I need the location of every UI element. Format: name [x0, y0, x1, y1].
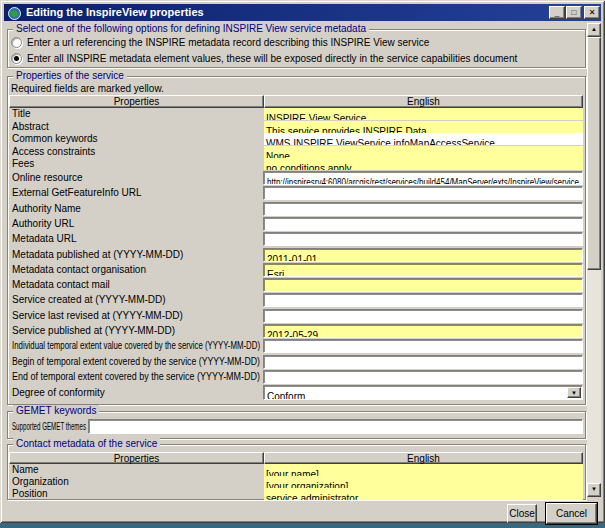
access-constraints-value-cell[interactable]: None — [264, 146, 583, 158]
individual-temporal-extent-value-covered-by-the-service-yyyy-mm-dd-input[interactable] — [263, 339, 583, 353]
service-published-at-yyyy-mm-dd-label: Service published at (YYYY-MM-DD) — [12, 324, 175, 338]
properties-group-legend: Properties of the service — [13, 70, 127, 81]
required-note: Required fields are marked yellow. — [11, 83, 164, 94]
organization-value-cell[interactable]: [your organization] — [264, 476, 583, 488]
contact-properties-column-header[interactable]: Properties — [9, 452, 264, 464]
metadata-published-at-yyyy-mm-dd-input[interactable]: 2011-01-01 — [263, 248, 583, 262]
cell-value: WMS,INSPIRE,ViewService,infoMapAccessSer… — [266, 138, 495, 145]
position-value-cell[interactable]: service administrator — [264, 488, 583, 500]
service-last-revised-at-yyyy-mm-dd-label: Service last revised at (YYYY-MM-DD) — [12, 309, 183, 323]
name-label: Name — [12, 464, 39, 476]
metadata-published-at-yyyy-mm-dd-label: Metadata published at (YYYY-MM-DD) — [12, 248, 183, 262]
contact-group-legend: Contact metadata of the service — [13, 438, 160, 449]
common-keywords-value-cell[interactable]: WMS,INSPIRE,ViewService,infoMapAccessSer… — [264, 133, 583, 145]
scroll-thumb[interactable] — [587, 37, 601, 270]
radio-values-option[interactable] — [11, 53, 22, 64]
radio-url-option-label: Enter a url referencing the INSPIRE meta… — [27, 37, 429, 48]
title-label: Title — [12, 108, 31, 120]
footer-cancel-button[interactable]: Cancel — [546, 503, 597, 524]
begin-of-temporal-extent-covered-by-the-service-yyyy-mm-dd-label: Begin of temporal extent covered by the … — [12, 355, 260, 369]
metadata-url-input[interactable] — [263, 232, 583, 246]
authority-url-input[interactable] — [263, 217, 583, 231]
gemet-themes-input[interactable] — [88, 419, 583, 434]
metadata-contact-mail-input[interactable] — [263, 278, 583, 292]
minimize-button[interactable]: _ — [549, 6, 565, 19]
service-created-at-yyyy-mm-dd-label: Service created at (YYYY-MM-DD) — [12, 293, 166, 307]
scroll-up-button[interactable]: ▲ — [587, 23, 601, 37]
app-icon — [8, 6, 21, 19]
end-of-temporal-extent-covered-by-the-service-yyyy-mm-dd-input[interactable] — [263, 370, 583, 384]
degree-of-conformity-label: Degree of conformity — [12, 385, 105, 400]
cell-value: None — [266, 151, 290, 158]
abstract-value-cell[interactable]: This service provides INSPIRE Data. — [264, 121, 583, 133]
input-value: Esri — [267, 269, 284, 277]
input-value: 2012-05-29 — [267, 330, 318, 338]
service-created-at-yyyy-mm-dd-input[interactable] — [263, 293, 583, 307]
cell-value: [your name] — [266, 469, 319, 476]
online-resource-label: Online resource — [12, 171, 83, 185]
authority-url-label: Authority URL — [12, 217, 74, 231]
fees-label: Fees — [12, 158, 34, 170]
metadata-contact-mail-label: Metadata contact mail — [12, 278, 110, 292]
footer-close-button[interactable]: Close — [507, 504, 537, 523]
external-getfeatureinfo-url-input[interactable] — [263, 186, 583, 200]
title-value-cell[interactable]: INSPIRE View Service — [264, 108, 583, 120]
begin-of-temporal-extent-covered-by-the-service-yyyy-mm-dd-input[interactable] — [263, 355, 583, 369]
maximize-button[interactable]: □ — [566, 6, 582, 19]
contact-english-column-header[interactable]: English — [264, 452, 583, 464]
cell-value: [your organization] — [266, 481, 348, 488]
position-label: Position — [12, 488, 48, 500]
dialog-body: Editing the InspireView properties _ □ ✕… — [0, 0, 605, 523]
properties-column-header[interactable]: Properties — [9, 95, 264, 108]
scroll-down-button[interactable]: ▼ — [587, 483, 601, 497]
end-of-temporal-extent-covered-by-the-service-yyyy-mm-dd-label: End of temporal extent covered by the se… — [12, 370, 260, 384]
metadata-url-label: Metadata URL — [12, 232, 76, 246]
dialog-window: Editing the InspireView properties _ □ ✕… — [0, 0, 605, 528]
common-keywords-label: Common keywords — [12, 133, 98, 145]
dropdown-arrow-icon[interactable]: ▼ — [567, 387, 581, 398]
gemet-group-legend: GEMET keywords — [13, 405, 99, 416]
individual-temporal-extent-value-covered-by-the-service-yyyy-mm-dd-label: Individual temporal extent value covered… — [12, 339, 260, 353]
metadata-contact-organisation-label: Metadata contact organisation — [12, 263, 146, 277]
external-getfeatureinfo-url-label: External GetFeatureInfo URL — [12, 186, 142, 200]
cell-value: INSPIRE View Service — [266, 113, 366, 120]
window-title: Editing the InspireView properties — [26, 6, 204, 18]
name-value-cell[interactable]: [your name] — [264, 464, 583, 476]
fees-value-cell[interactable]: no conditions apply — [264, 158, 583, 170]
cell-value: service administrator — [266, 493, 358, 500]
title-bar[interactable]: Editing the InspireView properties _ □ ✕ — [4, 4, 601, 21]
service-published-at-yyyy-mm-dd-input[interactable]: 2012-05-29 — [263, 324, 583, 338]
degree-of-conformity-value: Conform — [267, 391, 305, 400]
organization-label: Organization — [12, 476, 69, 488]
authority-name-label: Authority Name — [12, 202, 81, 216]
metadata-contact-organisation-input[interactable]: Esri — [263, 263, 583, 277]
online-resource-input[interactable]: http://inspiresrv4:6080/arcgis/rest/serv… — [263, 171, 583, 185]
cell-value: This service provides INSPIRE Data. — [266, 126, 429, 133]
degree-of-conformity-dropdown[interactable]: Conform ▼ — [263, 385, 583, 400]
access-constraints-label: Access constraints — [12, 146, 95, 158]
input-value: 2011-01-01 — [267, 254, 317, 262]
cell-value: no conditions apply — [266, 163, 352, 170]
input-value: http://inspiresrv4:6080/arcgis/rest/serv… — [267, 177, 579, 185]
service-last-revised-at-yyyy-mm-dd-input[interactable] — [263, 309, 583, 323]
english-column-header[interactable]: English — [264, 95, 583, 108]
radio-values-option-label: Enter all INSPIRE metadata element value… — [27, 53, 517, 64]
options-group-legend: Select one of the following options for … — [13, 23, 369, 34]
gemet-themes-label: Supported GEMET themes — [12, 419, 86, 434]
abstract-label: Abstract — [12, 121, 49, 133]
radio-url-option[interactable] — [11, 37, 22, 48]
titlebar-close-button[interactable]: ✕ — [584, 6, 600, 19]
authority-name-input[interactable] — [263, 202, 583, 216]
